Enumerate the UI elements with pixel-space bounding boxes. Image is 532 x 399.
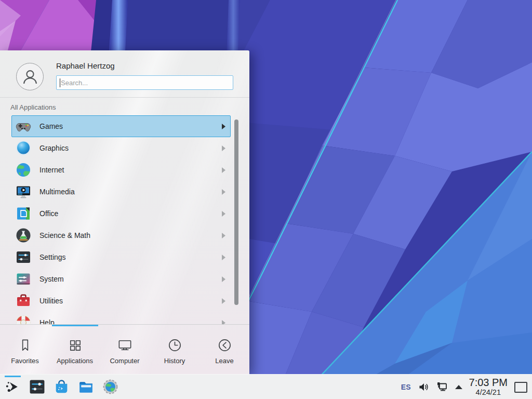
launcher-tab-bar: Favorites Applications Computer	[0, 326, 249, 374]
scrollbar-thumb[interactable]	[234, 119, 238, 305]
globe-gear-icon	[102, 378, 119, 395]
globe-icon	[15, 162, 32, 178]
submenu-arrow-icon	[222, 255, 225, 260]
submenu-arrow-icon	[222, 189, 225, 195]
user-avatar[interactable]	[16, 63, 44, 90]
clock-icon	[167, 337, 183, 353]
kali-launcher-icon	[4, 378, 21, 395]
menu-item-label: Games	[39, 122, 63, 130]
submenu-arrow-icon	[222, 211, 225, 217]
tab-history[interactable]: History	[150, 326, 200, 374]
application-launcher: Raphael Hertzog All Applications Games	[0, 50, 249, 374]
menu-item-science-math[interactable]: Science & Math	[11, 224, 231, 246]
system-tray: ES 7:03 PM 4/2	[401, 375, 527, 399]
system-icon	[15, 271, 32, 287]
app-launcher-button[interactable]	[4, 378, 21, 395]
menu-item-label: Multimedia	[39, 188, 75, 196]
menu-item-label: Science & Math	[39, 231, 90, 240]
tab-computer[interactable]: Computer	[100, 326, 150, 374]
section-label: All Applications	[10, 103, 56, 111]
keyboard-layout-indicator[interactable]: ES	[401, 383, 411, 391]
grid-icon	[67, 337, 83, 353]
tray-expander-icon[interactable]	[455, 385, 462, 389]
menu-item-help[interactable]: Help	[11, 312, 231, 324]
flask-icon	[15, 227, 32, 244]
user-name: Raphael Hertzog	[56, 61, 115, 70]
tab-label: Favorites	[11, 357, 38, 365]
search-input[interactable]	[56, 75, 233, 90]
sliders-icon	[15, 249, 32, 265]
menu-item-office[interactable]: Office	[11, 203, 231, 224]
menu-item-label: Internet	[39, 166, 64, 174]
web-browser-button[interactable]	[102, 378, 119, 395]
text-caret	[60, 78, 60, 87]
tab-label: History	[164, 357, 185, 365]
system-settings-icon	[29, 378, 46, 395]
menu-item-games[interactable]: Games	[11, 115, 231, 137]
leave-icon	[217, 337, 233, 353]
system-settings-button[interactable]	[29, 378, 46, 395]
taskbar: ES 7:03 PM 4/2	[0, 374, 532, 399]
show-desktop-button[interactable]	[514, 382, 527, 393]
taskbar-apps	[4, 378, 119, 395]
tab-favorites[interactable]: Favorites	[0, 326, 50, 374]
bookmark-icon	[17, 337, 33, 353]
network-button[interactable]	[436, 381, 448, 393]
submenu-arrow-icon	[222, 167, 225, 173]
menu-item-label: Graphics	[39, 144, 69, 152]
desktop: Raphael Hertzog All Applications Games	[0, 0, 532, 399]
tab-label: Leave	[215, 357, 233, 365]
sphere-icon	[15, 140, 32, 156]
toolbox-icon	[15, 292, 32, 309]
tab-label: Applications	[57, 357, 93, 365]
footer-divider	[0, 324, 249, 325]
active-app-indicator	[5, 376, 21, 377]
menu-item-system[interactable]: System	[11, 268, 231, 290]
lifebuoy-icon	[15, 314, 32, 324]
submenu-arrow-icon	[222, 276, 225, 282]
folder-icon	[77, 378, 95, 395]
menu-item-internet[interactable]: Internet	[11, 159, 231, 181]
submenu-arrow-icon	[222, 145, 225, 151]
menu-item-graphics[interactable]: Graphics	[11, 137, 231, 159]
speaker-icon	[418, 381, 429, 393]
menu-item-settings[interactable]: Settings	[11, 246, 231, 268]
submenu-arrow-icon	[222, 298, 225, 304]
menu-item-label: Office	[39, 209, 58, 218]
tab-leave[interactable]: Leave	[200, 326, 249, 374]
document-icon	[15, 205, 32, 222]
menu-item-utilities[interactable]: Utilities	[11, 290, 231, 312]
multimedia-icon	[15, 183, 32, 200]
digital-clock[interactable]: 7:03 PM 4/24/21	[469, 377, 508, 396]
header-divider	[0, 97, 249, 98]
volume-button[interactable]	[418, 381, 429, 393]
submenu-arrow-icon	[222, 320, 225, 325]
person-icon	[20, 67, 40, 87]
menu-item-label: Utilities	[39, 297, 63, 305]
tab-label: Computer	[110, 357, 139, 365]
category-list: Games Graphics	[0, 115, 249, 324]
submenu-arrow-icon	[222, 233, 225, 238]
discover-bag-icon	[53, 378, 70, 395]
menu-item-label: System	[39, 275, 64, 283]
menu-item-label: Settings	[39, 253, 66, 261]
menu-item-multimedia[interactable]: Multimedia	[11, 181, 231, 203]
discover-store-button[interactable]	[53, 378, 70, 395]
file-manager-button[interactable]	[77, 378, 95, 395]
clock-date: 4/24/21	[469, 389, 508, 397]
gamepad-icon	[15, 118, 32, 135]
clock-time: 7:03 PM	[469, 377, 508, 389]
menu-item-label: Help	[39, 318, 55, 324]
submenu-arrow-icon	[222, 124, 225, 129]
tab-applications[interactable]: Applications	[50, 326, 100, 374]
monitor-icon	[117, 337, 133, 353]
wired-network-icon	[436, 381, 448, 393]
